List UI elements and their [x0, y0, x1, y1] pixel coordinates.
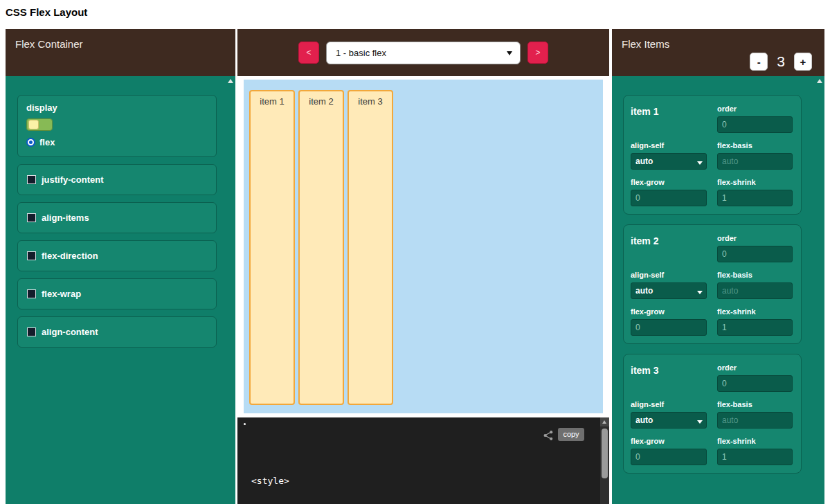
option-checkbox[interactable] — [27, 289, 36, 298]
display-card: display flex — [17, 95, 217, 157]
flex-shrink-input[interactable] — [717, 190, 793, 206]
align-self-label: align-self — [631, 400, 707, 408]
order-input[interactable] — [717, 116, 793, 133]
flex-basis-label: flex-basis — [717, 141, 793, 150]
code-line: <style> — [251, 474, 354, 487]
order-label: order — [717, 363, 793, 372]
flex-basis-input[interactable] — [717, 282, 793, 299]
card-row: flex-grow flex-shrink — [631, 437, 793, 465]
flex-preview-item-label: item 2 — [309, 96, 333, 107]
flex-container-panel: Flex Container display flex justify-cont… — [6, 29, 235, 504]
scroll-up-icon[interactable] — [817, 79, 822, 83]
option-label[interactable]: justify-content — [42, 174, 104, 185]
flex-basis-input[interactable] — [717, 412, 793, 429]
option-row-align-content: align-content — [17, 316, 217, 348]
card-row: item 3 order — [631, 363, 793, 392]
flex-shrink-input[interactable] — [717, 319, 793, 336]
flex-item-card: item 1 order align-self auto — [623, 95, 802, 215]
scroll-up-icon[interactable] — [600, 417, 609, 426]
flex-grow-label: flex-grow — [631, 437, 707, 445]
flex-grow-label: flex-grow — [631, 178, 707, 186]
item-count-controls: - 3 + — [750, 53, 812, 71]
order-input[interactable] — [717, 375, 793, 392]
flex-grow-label: flex-grow — [631, 307, 707, 316]
flex-radio-label[interactable]: flex — [39, 137, 55, 147]
align-self-select[interactable]: auto — [631, 282, 707, 299]
code-lines: <style> .flex-container { display: flex; — [251, 448, 354, 504]
align-self-select[interactable]: auto — [631, 153, 707, 170]
flex-radio-row: flex — [26, 137, 208, 147]
item-name: item 1 — [631, 105, 707, 117]
card-row: align-self auto flex-basis — [631, 141, 793, 170]
flex-basis-label: flex-basis — [717, 271, 793, 279]
preview-panel: < 1 - basic flex > item 1 item 2 item 3 — [237, 29, 609, 504]
toggle-knob-icon — [28, 120, 39, 129]
flex-shrink-label: flex-shrink — [717, 178, 793, 186]
order-label: order — [717, 234, 793, 242]
option-row-flex-wrap: flex-wrap — [17, 278, 217, 309]
order-input[interactable] — [717, 246, 793, 262]
share-icon[interactable] — [543, 430, 554, 444]
code-scrollbar — [600, 417, 609, 504]
item-name: item 3 — [631, 363, 707, 376]
option-row-justify-content: justify-content — [17, 164, 217, 195]
code-block: copy <style> .flex-container { display: … — [237, 417, 609, 504]
option-checkbox[interactable] — [27, 251, 36, 260]
flex-grow-input[interactable] — [631, 190, 707, 206]
card-row: item 2 order — [631, 234, 793, 262]
prev-layout-button[interactable]: < — [298, 42, 319, 64]
display-label: display — [26, 102, 208, 113]
preview-panel-header: < 1 - basic flex > — [237, 29, 609, 76]
option-label[interactable]: align-content — [42, 327, 98, 337]
container-options-list: display flex justify-content align-items — [6, 76, 235, 348]
flex-basis-label: flex-basis — [717, 400, 793, 408]
layout-select-wrap: 1 - basic flex — [326, 42, 521, 64]
flex-preview-item-label: item 1 — [260, 96, 284, 107]
flex-item-cards-list: item 1 order align-self auto — [612, 76, 824, 474]
increase-items-button[interactable]: + — [794, 53, 812, 71]
cursor-dot-icon — [244, 423, 246, 425]
option-label[interactable]: flex-wrap — [42, 289, 81, 299]
flex-item-card: item 2 order align-self auto — [623, 224, 802, 344]
layout-select[interactable]: 1 - basic flex — [326, 42, 521, 64]
align-self-label: align-self — [631, 141, 707, 150]
page-title: CSS Flex Layout — [6, 6, 87, 18]
next-layout-button[interactable]: > — [527, 42, 548, 64]
option-checkbox[interactable] — [27, 213, 36, 222]
decrease-items-button[interactable]: - — [750, 53, 768, 71]
option-row-align-items: align-items — [17, 202, 217, 233]
card-row: flex-grow flex-shrink — [631, 178, 793, 206]
option-label[interactable]: flex-direction — [42, 251, 98, 261]
item-name: item 2 — [631, 234, 707, 246]
flex-preview-item: item 3 — [348, 90, 393, 405]
scroll-up-icon[interactable] — [228, 79, 233, 83]
flex-basis-input[interactable] — [717, 153, 793, 170]
flex-preview-area: item 1 item 2 item 3 — [244, 80, 603, 413]
option-checkbox[interactable] — [27, 327, 36, 336]
code-scroll-thumb[interactable] — [602, 429, 608, 478]
flex-shrink-label: flex-shrink — [717, 307, 793, 316]
flex-radio[interactable] — [26, 138, 35, 147]
option-checkbox[interactable] — [27, 175, 36, 184]
flex-preview-item: item 2 — [298, 90, 344, 405]
copy-button[interactable]: copy — [558, 428, 584, 441]
display-toggle[interactable] — [26, 118, 53, 131]
card-row: align-self auto flex-basis — [631, 400, 793, 429]
option-row-flex-direction: flex-direction — [17, 240, 217, 271]
option-label[interactable]: align-items — [42, 213, 89, 223]
card-row: item 1 order — [631, 105, 793, 133]
align-self-select[interactable]: auto — [631, 412, 707, 429]
flex-shrink-input[interactable] — [717, 449, 793, 465]
flex-container-panel-body: display flex justify-content align-items — [6, 76, 235, 504]
order-label: order — [717, 105, 793, 113]
card-row: flex-grow flex-shrink — [631, 307, 793, 336]
align-self-label: align-self — [631, 271, 707, 279]
flex-grow-input[interactable] — [631, 449, 707, 465]
flex-item-card: item 3 order align-self auto — [623, 354, 802, 474]
flex-preview-item: item 1 — [249, 90, 295, 405]
flex-container-panel-header: Flex Container — [6, 29, 235, 76]
flex-items-panel-title: Flex Items — [622, 38, 669, 50]
flex-items-panel: Flex Items - 3 + item 1 order — [612, 29, 824, 504]
flex-items-panel-header: Flex Items - 3 + — [612, 29, 824, 76]
flex-grow-input[interactable] — [631, 319, 707, 336]
